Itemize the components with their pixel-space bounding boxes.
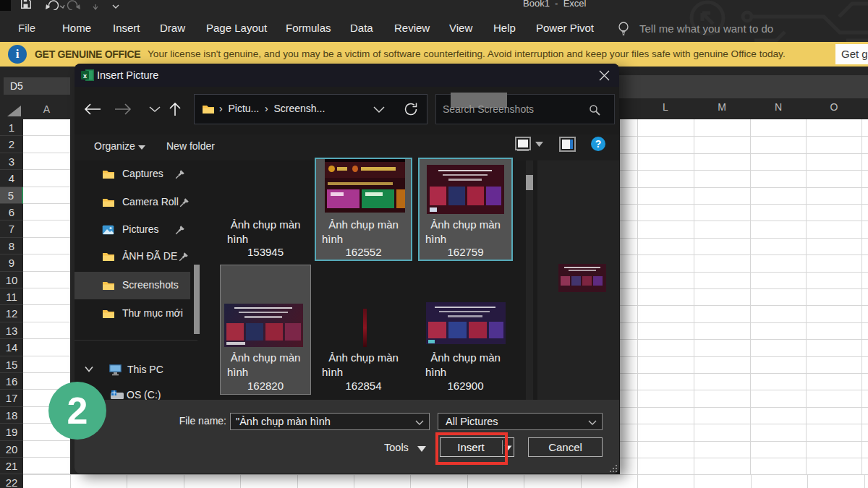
svg-text:x: x (83, 72, 87, 80)
